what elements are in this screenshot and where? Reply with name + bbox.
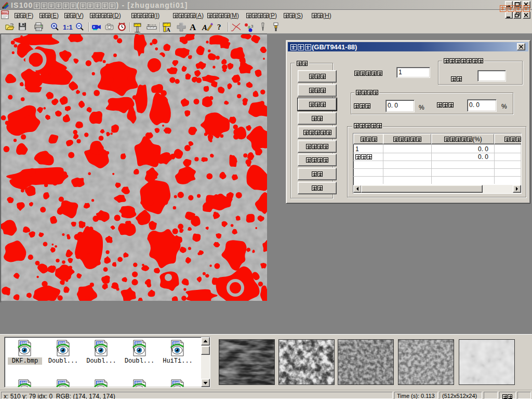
svg-text:A: A — [202, 23, 207, 32]
svg-text:DOC: DOC — [2, 11, 8, 15]
svg-text:A: A — [190, 22, 196, 32]
svg-text:3: 3 — [251, 24, 254, 29]
svg-text:1:1: 1:1 — [63, 23, 73, 31]
svg-text:A: A — [166, 26, 170, 33]
svg-text:?: ? — [217, 23, 221, 31]
